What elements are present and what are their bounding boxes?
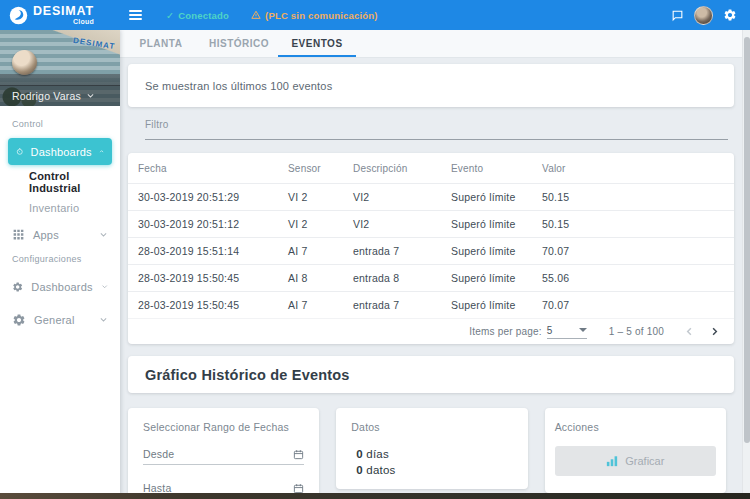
chart-title-card: Gráfico Histórico de Eventos <box>128 356 734 393</box>
next-page-button[interactable] <box>707 324 722 339</box>
sidebar-item-control-industrial[interactable]: Control Industrial <box>0 169 120 195</box>
bar-chart-icon <box>606 455 618 467</box>
calendar-icon <box>293 449 304 460</box>
desimat-logo-icon <box>9 6 28 25</box>
graficar-label: Graficar <box>625 455 664 467</box>
cell-fecha: 28-03-2019 15:50:45 <box>138 299 288 311</box>
chevron-down-icon <box>101 282 108 291</box>
date-range-title: Seleccionar Rango de Fechas <box>143 421 304 433</box>
items-per-page-label: Items per page: <box>469 326 541 337</box>
cell-descripcion: entrada 7 <box>353 299 451 311</box>
sidebar-item-label: Inventario <box>29 202 79 214</box>
cell-descripcion: entrada 7 <box>353 245 451 257</box>
table-header-row: Fecha Sensor Descripción Evento Valor <box>128 153 734 183</box>
items-per-page-select[interactable]: 5 <box>547 325 587 339</box>
sidebar-item-label: Control Industrial <box>29 170 120 194</box>
chevron-down-icon <box>99 230 108 239</box>
table-row: 30-03-2019 20:51:29 VI 2 VI2 Superó lími… <box>128 183 734 210</box>
events-summary-text: Se muestran los últimos 100 eventos <box>145 80 332 92</box>
settings-button[interactable] <box>718 8 742 22</box>
chevron-up-icon <box>99 147 104 156</box>
column-header-fecha: Fecha <box>138 163 288 174</box>
sidebar-item-label: Dashboards <box>31 281 92 293</box>
gear-icon <box>12 280 23 294</box>
sidebar-item-dashboards[interactable]: Dashboards <box>8 138 112 165</box>
warning-triangle-icon <box>251 10 261 20</box>
table-row: 28-03-2019 15:50:45 AI 8 entrada 8 Super… <box>128 264 734 291</box>
datos-card: Datos 0 días 0 datos <box>336 408 527 489</box>
cell-valor: 50.15 <box>542 218 734 230</box>
cell-descripcion: VI2 <box>353 191 451 203</box>
dias-value: 0 <box>356 448 363 460</box>
apps-grid-icon <box>12 228 25 241</box>
table-row: 28-03-2019 15:51:14 AI 7 entrada 7 Super… <box>128 237 734 264</box>
cell-descripcion: VI2 <box>353 218 451 230</box>
cell-fecha: 28-03-2019 15:50:45 <box>138 272 288 284</box>
chat-button[interactable] <box>666 9 689 22</box>
gear-icon <box>12 313 26 327</box>
scrollbar-thumb[interactable] <box>744 37 750 443</box>
desde-date-input[interactable]: Desde <box>143 448 304 465</box>
cell-valor: 55.06 <box>542 272 734 284</box>
column-header-descripcion: Descripción <box>353 163 451 174</box>
cell-valor: 70.07 <box>542 245 734 257</box>
chevron-down-icon <box>86 91 95 100</box>
cell-evento: Superó límite <box>451 218 542 230</box>
chart-section-title: Gráfico Histórico de Eventos <box>145 367 350 383</box>
cell-valor: 50.15 <box>542 191 734 203</box>
cell-sensor: AI 8 <box>288 272 353 284</box>
vertical-scrollbar[interactable] <box>742 30 750 499</box>
profile-photo: DESIMAT Rodrigo Varas <box>0 30 120 106</box>
profile-avatar[interactable] <box>12 50 37 75</box>
chevron-left-icon <box>684 326 695 337</box>
cell-evento: Superó límite <box>451 299 542 311</box>
connection-status: ✓ Conectado <box>166 10 229 21</box>
tab-historico[interactable]: HISTÓRICO <box>200 30 278 57</box>
desktop-edge-strip <box>0 493 750 499</box>
user-name: Rodrigo Varas <box>12 90 81 102</box>
filter-input[interactable]: Filtro <box>145 119 728 140</box>
chevron-down-icon <box>99 315 108 324</box>
sidebar-item-apps[interactable]: Apps <box>0 221 120 248</box>
table-paginator: Items per page: 5 1 – 5 of 100 <box>128 318 734 344</box>
gear-icon <box>723 8 737 22</box>
cell-sensor: VI 2 <box>288 191 353 203</box>
tab-eventos[interactable]: EVENTOS <box>278 30 356 57</box>
chevron-right-icon <box>709 326 720 337</box>
caret-down-icon <box>579 328 587 332</box>
sidebar: DESIMAT Rodrigo Varas Control Dashboards… <box>0 30 120 499</box>
building-sign-text: DESIMAT <box>72 36 115 52</box>
brand-subtitle: Cloud <box>73 18 94 25</box>
sidebar-item-label: Apps <box>33 229 59 241</box>
table-row: 30-03-2019 20:51:12 VI 2 VI2 Superó lími… <box>128 210 734 237</box>
chat-icon <box>671 9 684 22</box>
sidebar-item-inventario[interactable]: Inventario <box>0 195 120 221</box>
datos-title: Datos <box>351 421 512 433</box>
sidebar-nav: Control Dashboards Control Industrial In… <box>0 106 120 333</box>
graficar-button[interactable]: Graficar <box>555 446 716 476</box>
previous-page-button[interactable] <box>682 324 697 339</box>
sidebar-item-general[interactable]: General <box>0 306 120 333</box>
sidebar-item-label: General <box>34 314 75 326</box>
user-avatar[interactable] <box>694 6 713 25</box>
top-header: DESIMAT Cloud ✓ Conectado (PLC sin comun… <box>0 0 750 30</box>
acciones-title: Acciones <box>555 421 716 433</box>
cell-valor: 70.07 <box>542 299 734 311</box>
dashboard-timer-icon <box>16 145 23 158</box>
date-range-card: Seleccionar Rango de Fechas Desde Hasta <box>128 408 319 499</box>
menu-toggle-button[interactable] <box>125 6 146 24</box>
user-menu[interactable]: Rodrigo Varas <box>0 85 120 106</box>
sidebar-item-config-dashboards[interactable]: Dashboards <box>0 273 120 300</box>
datos-line: 0 datos <box>356 462 512 478</box>
cell-sensor: VI 2 <box>288 218 353 230</box>
cell-evento: Superó límite <box>451 191 542 203</box>
section-label-configuraciones: Configuraciones <box>0 254 120 264</box>
acciones-card: Acciones Graficar <box>545 408 726 493</box>
column-header-valor: Valor <box>542 163 734 174</box>
section-label-control: Control <box>0 119 120 129</box>
tab-planta[interactable]: PLANTA <box>122 30 200 57</box>
cell-fecha: 30-03-2019 20:51:12 <box>138 218 288 230</box>
cell-descripcion: entrada 8 <box>353 272 451 284</box>
cell-evento: Superó límite <box>451 245 542 257</box>
dias-label: días <box>366 448 389 460</box>
